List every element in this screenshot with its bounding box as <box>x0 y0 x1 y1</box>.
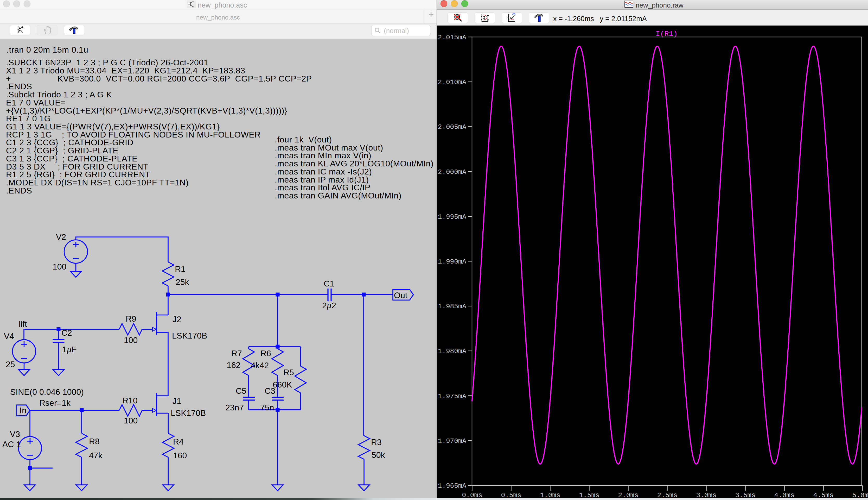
svg-text:Rser=1k: Rser=1k <box>39 398 71 408</box>
svg-text:J2: J2 <box>173 315 181 324</box>
svg-text:660K: 660K <box>273 380 292 389</box>
svg-text:1µF: 1µF <box>62 345 77 354</box>
svg-text:4k42: 4k42 <box>251 361 269 370</box>
svg-text:Out: Out <box>394 291 408 300</box>
svg-text:R4: R4 <box>173 437 184 446</box>
svg-text:160: 160 <box>173 451 187 460</box>
svg-text:.MODEL DX D(IS=1N RS=1 CJO=10P: .MODEL DX D(IS=1N RS=1 CJO=10PF TT=1N) <box>6 178 189 187</box>
svg-text:R9: R9 <box>126 314 136 323</box>
svg-text:.meas tran GAIN AVG(MOut/MIn): .meas tran GAIN AVG(MOut/MIn) <box>275 191 401 200</box>
svg-text:100: 100 <box>124 336 138 345</box>
svg-text:23n7: 23n7 <box>225 403 244 412</box>
svg-text:.ENDS: .ENDS <box>6 186 32 195</box>
svg-text:.tran 0 20m 15m 0.1u: .tran 0 20m 15m 0.1u <box>7 45 88 54</box>
svg-text:LSK170B: LSK170B <box>172 331 207 340</box>
svg-text:2.000mA: 2.000mA <box>438 168 467 176</box>
svg-text:1.975mA: 1.975mA <box>438 393 467 400</box>
svg-text:R7: R7 <box>231 349 242 358</box>
svg-text:1.980mA: 1.980mA <box>438 348 467 355</box>
svg-text:1.970mA: 1.970mA <box>438 437 467 445</box>
svg-text:R6: R6 <box>260 349 271 358</box>
svg-text:1.0ms: 1.0ms <box>540 491 560 498</box>
svg-text:25: 25 <box>6 360 15 369</box>
svg-text:1.990mA: 1.990mA <box>438 258 467 266</box>
svg-text:C5: C5 <box>236 386 246 396</box>
svg-text:V3: V3 <box>10 429 20 439</box>
svg-text:5.0ms: 5.0ms <box>852 491 868 498</box>
svg-text:0.0ms: 0.0ms <box>462 491 482 498</box>
svg-text:2.5ms: 2.5ms <box>657 491 677 498</box>
svg-text:1.5ms: 1.5ms <box>579 491 599 498</box>
svg-text:LSK170B: LSK170B <box>171 408 206 418</box>
svg-text:1.965mA: 1.965mA <box>438 482 467 490</box>
svg-text:2.005mA: 2.005mA <box>438 123 467 131</box>
svg-text:SINE(0 0.046 1000): SINE(0 0.046 1000) <box>10 387 84 397</box>
svg-text:3.5ms: 3.5ms <box>735 491 755 498</box>
svg-text:V4: V4 <box>4 331 14 341</box>
svg-text:R8: R8 <box>89 437 99 446</box>
svg-text:C3: C3 <box>265 386 275 396</box>
svg-text:R5: R5 <box>283 368 294 377</box>
svg-text:1.995mA: 1.995mA <box>438 213 467 221</box>
svg-text:3.0ms: 3.0ms <box>696 491 716 498</box>
svg-text:100: 100 <box>52 262 66 271</box>
svg-text:47k: 47k <box>89 451 103 460</box>
svg-text:R1: R1 <box>175 264 186 274</box>
svg-text:AC 1: AC 1 <box>2 440 21 449</box>
svg-text:2µ2: 2µ2 <box>322 301 336 310</box>
svg-text:1.985mA: 1.985mA <box>438 303 467 310</box>
svg-text:0.5ms: 0.5ms <box>501 491 521 498</box>
svg-text:C1: C1 <box>324 279 335 288</box>
svg-text:R10: R10 <box>122 396 138 405</box>
svg-text:4.0ms: 4.0ms <box>774 491 794 498</box>
svg-text:4.5ms: 4.5ms <box>813 491 833 498</box>
svg-text:C2: C2 <box>61 328 72 338</box>
svg-text:2.015mA: 2.015mA <box>438 34 467 42</box>
svg-text:2.010mA: 2.010mA <box>438 78 467 86</box>
svg-text:In: In <box>20 406 26 415</box>
svg-text:+ KVB=300.0: + KVB=300.0 VCT=0.00 RGI=2000 CCG=3.6P C… <box>6 74 312 83</box>
svg-text:25k: 25k <box>176 277 189 287</box>
svg-text:lift: lift <box>19 319 27 329</box>
svg-text:50k: 50k <box>372 450 385 459</box>
svg-text:100: 100 <box>124 416 138 425</box>
svg-text:J1: J1 <box>173 396 181 406</box>
svg-text:162: 162 <box>227 361 241 370</box>
svg-text:R3: R3 <box>371 438 382 447</box>
svg-text:V2: V2 <box>56 232 66 242</box>
svg-text:2.0ms: 2.0ms <box>618 491 638 498</box>
svg-text:75n: 75n <box>260 403 274 412</box>
